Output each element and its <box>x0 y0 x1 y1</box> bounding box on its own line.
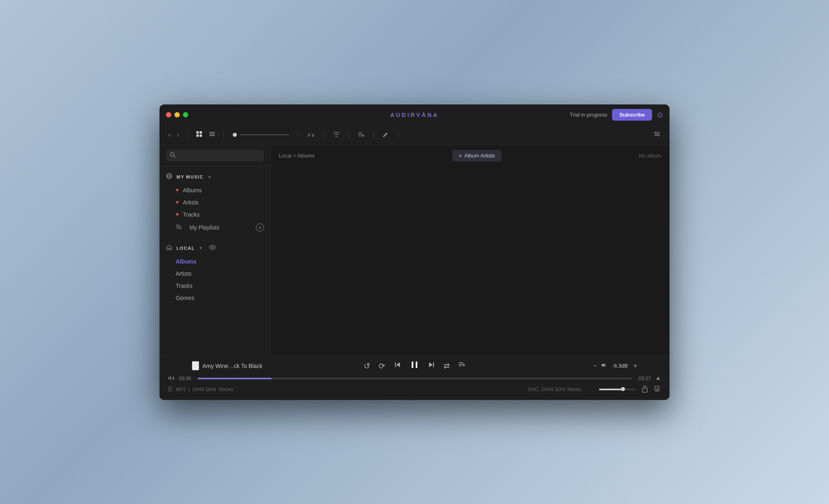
svg-marker-34 <box>429 362 433 367</box>
svg-point-50 <box>656 389 658 390</box>
breadcrumb: Local > Albums <box>279 153 315 159</box>
eq-button[interactable] <box>651 129 663 141</box>
svg-point-28 <box>212 247 213 248</box>
time-elapsed: 00:34 <box>179 376 193 381</box>
svg-rect-25 <box>176 228 179 229</box>
player-extra-icons: DAC: 24/44.1kHz Stereo <box>528 385 661 395</box>
loop-button[interactable]: ⟳ <box>378 361 385 371</box>
svg-marker-29 <box>395 362 396 367</box>
playlist-icon <box>176 224 181 231</box>
my-music-albums-label: Albums <box>183 187 202 194</box>
progress-bar[interactable] <box>198 378 632 379</box>
svg-rect-35 <box>459 362 463 363</box>
local-tracks-label: Tracks <box>176 283 192 289</box>
local-eye-icon[interactable] <box>209 245 216 252</box>
traffic-lights <box>166 112 188 117</box>
svg-rect-4 <box>209 132 215 133</box>
local-chevron: ▾ <box>200 246 202 250</box>
filter-button[interactable] <box>330 130 343 140</box>
svg-marker-33 <box>433 362 434 367</box>
my-music-tracks-item[interactable]: ♥ Tracks <box>159 208 270 221</box>
lock-icon[interactable] <box>641 385 648 395</box>
my-music-chevron: ▾ <box>208 174 210 179</box>
titlebar-right: Trial in progress Subscribe ⊙ <box>570 109 663 121</box>
volume-fill <box>599 389 623 390</box>
my-playlists-label: My Playlists <box>189 224 219 231</box>
divider-6 <box>373 130 374 140</box>
svg-rect-48 <box>642 388 647 392</box>
my-music-tracks-label: Tracks <box>183 211 200 218</box>
svg-rect-6 <box>209 135 215 136</box>
svg-rect-24 <box>176 226 179 227</box>
close-button[interactable] <box>166 112 171 117</box>
app-title: AUDIRVĀNA <box>390 112 439 118</box>
search-input-wrap <box>166 150 264 161</box>
view-buttons <box>193 129 218 140</box>
local-artists-item[interactable]: Artists <box>159 268 270 280</box>
edit-button[interactable] <box>379 130 392 140</box>
grid-view-button[interactable] <box>193 129 205 140</box>
list-view-button[interactable] <box>206 129 218 140</box>
speaker-icon[interactable] <box>654 385 661 395</box>
volume-increase-button[interactable]: + <box>633 362 637 370</box>
forward-button[interactable]: › <box>174 130 181 140</box>
controls-center: ↺ ⟳ <box>363 360 466 372</box>
trial-text: Trial in progress <box>570 112 607 118</box>
local-tracks-item[interactable]: Tracks <box>159 280 270 292</box>
playlist-add-button[interactable] <box>355 130 368 140</box>
titlebar: AUDIRVĀNA Trial in progress Subscribe ⊙ <box>159 104 670 125</box>
svg-rect-43 <box>173 376 174 380</box>
svg-marker-44 <box>656 376 660 380</box>
svg-rect-7 <box>358 132 362 133</box>
svg-rect-45 <box>168 387 172 391</box>
player-extra-row: MP3 | 16/44.1kHz Stereo DAC: 24/44.1kHz … <box>168 385 661 395</box>
volume-slider[interactable] <box>599 389 636 390</box>
track-favorite-button[interactable]: ♡ <box>192 361 199 370</box>
album-artists-button[interactable]: ∧ Album Artists <box>452 150 502 162</box>
minimize-button[interactable] <box>174 112 180 117</box>
replay-button[interactable]: ↺ <box>363 361 370 371</box>
my-playlists-item[interactable]: My Playlists + <box>159 221 270 234</box>
divider-3 <box>298 130 298 140</box>
search-input[interactable] <box>179 152 260 158</box>
sample-rate-text: 16/44.1kHz <box>192 387 217 392</box>
subscribe-button[interactable]: Subscribe <box>612 109 652 121</box>
volume-icon-button[interactable] <box>600 362 607 370</box>
toolbar-right <box>651 129 663 141</box>
channels-text: Stereo <box>219 387 233 392</box>
heart-icon-tracks: ♥ <box>176 211 179 217</box>
maximize-button[interactable] <box>183 112 188 117</box>
svg-line-19 <box>174 156 175 157</box>
player-progress-row: 00:34 -03:27 <box>168 374 661 383</box>
expand-button[interactable] <box>655 375 661 383</box>
prev-button[interactable] <box>393 361 402 371</box>
waveform-button[interactable] <box>168 374 175 383</box>
my-music-section-header[interactable]: MY MUSIC ▾ <box>159 166 270 184</box>
sidebar: MY MUSIC ▾ ♥ Albums ♥ Artists ♥ Tracks <box>159 145 271 355</box>
svg-rect-8 <box>358 134 362 135</box>
svg-rect-41 <box>170 376 171 380</box>
local-genres-item[interactable]: Genres <box>159 292 270 304</box>
next-button[interactable] <box>427 361 436 371</box>
local-section-header[interactable]: LOCAL ▾ <box>159 238 270 255</box>
my-music-albums-item[interactable]: ♥ Albums <box>159 184 270 196</box>
local-albums-label: Albums <box>176 258 196 265</box>
svg-rect-36 <box>459 364 463 365</box>
content-main <box>271 166 670 355</box>
my-music-artists-item[interactable]: ♥ Artists <box>159 196 270 208</box>
sort-button[interactable]: ∧∨ <box>304 130 318 140</box>
heart-icon-artists: ♥ <box>176 199 179 205</box>
zoom-slider[interactable] <box>233 133 289 137</box>
back-button[interactable]: ‹ <box>166 130 173 140</box>
add-playlist-button[interactable]: + <box>256 223 264 232</box>
queue-button[interactable] <box>458 361 466 371</box>
slider-track <box>240 134 289 135</box>
track-name: Amy Wine…ck To Black <box>202 363 262 369</box>
shuffle-button[interactable]: ⇄ <box>444 362 450 370</box>
svg-point-16 <box>655 132 657 133</box>
progress-fill <box>198 378 272 379</box>
volume-decrease-button[interactable]: − <box>593 362 597 370</box>
svg-rect-42 <box>172 377 172 379</box>
pause-button[interactable] <box>410 360 419 372</box>
local-albums-item[interactable]: Albums <box>159 255 270 268</box>
